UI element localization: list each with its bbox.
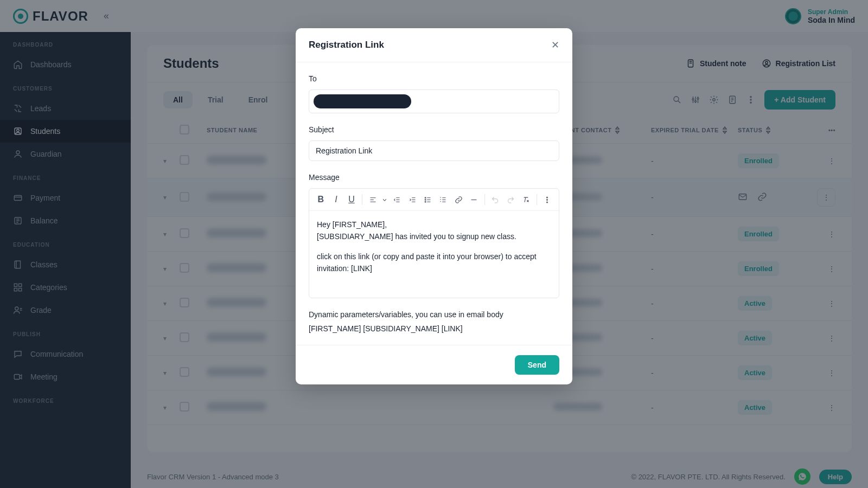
chevron-down-icon[interactable] bbox=[381, 192, 388, 207]
svg-point-29 bbox=[547, 201, 548, 202]
modal-title: Registration Link bbox=[309, 40, 384, 50]
svg-point-24 bbox=[425, 197, 426, 198]
dynamic-vars-list: [FIRST_NAME] [SUBSIDIARY_NAME] [LINK] bbox=[309, 324, 559, 333]
align-icon[interactable] bbox=[366, 192, 380, 207]
underline-icon[interactable]: U bbox=[344, 192, 359, 207]
hr-icon[interactable] bbox=[467, 192, 481, 207]
clear-format-icon[interactable] bbox=[519, 192, 533, 207]
bold-icon[interactable]: B bbox=[314, 192, 328, 207]
registration-link-modal: Registration Link ✕ To Subject Message B… bbox=[296, 28, 572, 384]
undo-icon[interactable] bbox=[488, 192, 502, 207]
number-list-icon[interactable] bbox=[436, 192, 450, 207]
italic-icon[interactable]: I bbox=[329, 192, 343, 207]
svg-point-27 bbox=[547, 197, 548, 198]
message-body[interactable]: Hey [FIRST_NAME], [SUBSIDIARY_NAME] has … bbox=[309, 211, 559, 298]
link-icon[interactable] bbox=[451, 192, 465, 207]
modal-footer: Send bbox=[296, 345, 572, 384]
close-icon[interactable]: ✕ bbox=[551, 39, 559, 51]
svg-point-25 bbox=[425, 199, 426, 200]
redo-icon[interactable] bbox=[503, 192, 518, 207]
email-chip[interactable] bbox=[314, 94, 411, 108]
to-label: To bbox=[309, 74, 559, 83]
dynamic-vars-label: Dynamic parameters/variables, you can us… bbox=[309, 310, 559, 319]
bullet-list-icon[interactable] bbox=[420, 192, 435, 207]
modal-body: To Subject Message B I U bbox=[296, 62, 572, 345]
svg-point-28 bbox=[547, 199, 548, 200]
modal-header: Registration Link ✕ bbox=[296, 28, 572, 62]
subject-label: Subject bbox=[309, 125, 559, 134]
msg-line: click on this link (or copy and paste it… bbox=[317, 251, 551, 275]
subject-input[interactable] bbox=[309, 140, 559, 161]
send-button[interactable]: Send bbox=[515, 355, 559, 375]
svg-point-26 bbox=[425, 201, 426, 202]
more-vertical-icon[interactable] bbox=[540, 192, 554, 207]
to-input[interactable] bbox=[309, 89, 559, 113]
rte-toolbar: B I U bbox=[309, 189, 559, 211]
msg-line: Hey [FIRST_NAME], bbox=[317, 219, 551, 230]
msg-line: [SUBSIDIARY_NAME] has invited you to sig… bbox=[317, 230, 551, 242]
indent-icon[interactable] bbox=[405, 192, 419, 207]
outdent-icon[interactable] bbox=[390, 192, 404, 207]
rich-text-editor: B I U bbox=[309, 188, 559, 298]
message-label: Message bbox=[309, 173, 559, 182]
modal-overlay[interactable]: Registration Link ✕ To Subject Message B… bbox=[0, 0, 868, 488]
